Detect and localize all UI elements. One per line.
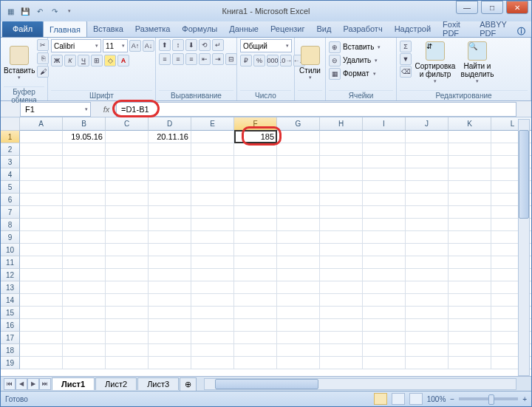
row-header-6[interactable]: 6 xyxy=(1,194,20,206)
cell-H16[interactable] xyxy=(320,319,363,332)
align-middle-icon[interactable]: ↕ xyxy=(172,39,184,51)
tab-review[interactable]: Рецензиг xyxy=(265,21,311,37)
cell-H4[interactable] xyxy=(320,168,363,181)
cell-J14[interactable] xyxy=(406,294,449,307)
cell-G15[interactable] xyxy=(277,307,320,319)
cell-E11[interactable] xyxy=(191,256,234,269)
col-header-K[interactable]: K xyxy=(449,117,491,131)
col-header-A[interactable]: A xyxy=(20,117,63,131)
cell-G5[interactable] xyxy=(277,181,320,194)
col-header-C[interactable]: C xyxy=(106,117,149,131)
cell-D19[interactable] xyxy=(149,357,191,369)
cell-H10[interactable] xyxy=(320,244,363,256)
cell-I14[interactable] xyxy=(363,294,406,307)
cell-A2[interactable] xyxy=(20,143,63,156)
cell-K9[interactable] xyxy=(449,231,491,244)
cell-D16[interactable] xyxy=(149,319,191,332)
cell-G3[interactable] xyxy=(277,156,320,168)
row-header-9[interactable]: 9 xyxy=(1,231,20,244)
cell-C11[interactable] xyxy=(106,256,149,269)
cell-B16[interactable] xyxy=(63,319,106,332)
cell-F18[interactable] xyxy=(234,344,277,357)
cell-C10[interactable] xyxy=(106,244,149,256)
cell-K16[interactable] xyxy=(449,319,491,332)
row-header-5[interactable]: 5 xyxy=(1,181,20,194)
styles-button[interactable]: Стили ▾ xyxy=(298,39,322,86)
cell-B18[interactable] xyxy=(63,344,106,357)
cell-E14[interactable] xyxy=(191,294,234,307)
cell-B1[interactable]: 19.05.16 xyxy=(63,131,106,143)
cell-B3[interactable] xyxy=(63,156,106,168)
cell-D7[interactable] xyxy=(149,206,191,219)
cell-B9[interactable] xyxy=(63,231,106,244)
cell-B15[interactable] xyxy=(63,307,106,319)
cell-D2[interactable] xyxy=(149,143,191,156)
cell-C18[interactable] xyxy=(106,344,149,357)
name-box[interactable]: F1▾ xyxy=(20,102,91,117)
cell-J3[interactable] xyxy=(406,156,449,168)
cell-E10[interactable] xyxy=(191,244,234,256)
indent-increase-icon[interactable]: ⇥ xyxy=(212,53,224,65)
cell-E19[interactable] xyxy=(191,357,234,369)
maximize-button[interactable]: □ xyxy=(481,1,503,14)
currency-icon[interactable]: ₽ xyxy=(240,55,252,66)
cell-K3[interactable] xyxy=(449,156,491,168)
cell-C19[interactable] xyxy=(106,357,149,369)
cell-F3[interactable] xyxy=(234,156,277,168)
cell-I8[interactable] xyxy=(363,219,406,231)
cell-G16[interactable] xyxy=(277,319,320,332)
cell-K4[interactable] xyxy=(449,168,491,181)
cell-J12[interactable] xyxy=(406,269,449,281)
grow-font-icon[interactable]: A↑ xyxy=(129,40,141,52)
cell-G1[interactable] xyxy=(277,131,320,143)
percent-icon[interactable]: % xyxy=(253,55,265,66)
cell-A7[interactable] xyxy=(20,206,63,219)
cell-E1[interactable] xyxy=(191,131,234,143)
cell-G13[interactable] xyxy=(277,281,320,294)
sheet-last-button[interactable]: ⏭ xyxy=(39,378,51,390)
indent-decrease-icon[interactable]: ⇤ xyxy=(199,53,211,65)
cell-K11[interactable] xyxy=(449,256,491,269)
cell-K12[interactable] xyxy=(449,269,491,281)
cell-I10[interactable] xyxy=(363,244,406,256)
cell-A12[interactable] xyxy=(20,269,63,281)
cell-H3[interactable] xyxy=(320,156,363,168)
cell-F16[interactable] xyxy=(234,319,277,332)
col-header-H[interactable]: H xyxy=(320,117,363,131)
cell-B14[interactable] xyxy=(63,294,106,307)
file-tab[interactable]: Файл xyxy=(2,21,43,37)
cell-D1[interactable]: 20.11.16 xyxy=(149,131,191,143)
cell-A18[interactable] xyxy=(20,344,63,357)
cell-C6[interactable] xyxy=(106,194,149,206)
cell-H12[interactable] xyxy=(320,269,363,281)
col-header-G[interactable]: G xyxy=(277,117,320,131)
cell-H2[interactable] xyxy=(320,143,363,156)
align-top-icon[interactable]: ⬆ xyxy=(159,39,171,51)
row-header-4[interactable]: 4 xyxy=(1,168,20,181)
cell-F9[interactable] xyxy=(234,231,277,244)
cell-K18[interactable] xyxy=(449,344,491,357)
cell-C7[interactable] xyxy=(106,206,149,219)
vertical-scrollbar[interactable] xyxy=(518,119,530,376)
cell-A9[interactable] xyxy=(20,231,63,244)
hscroll-thumb[interactable] xyxy=(215,379,318,389)
cell-H8[interactable] xyxy=(320,219,363,231)
tab-insert[interactable]: Вставка xyxy=(87,21,129,37)
cell-J13[interactable] xyxy=(406,281,449,294)
font-name-select[interactable]: Calibri▾ xyxy=(51,39,101,52)
cell-K1[interactable] xyxy=(449,131,491,143)
cell-J4[interactable] xyxy=(406,168,449,181)
cell-J16[interactable] xyxy=(406,319,449,332)
cell-K8[interactable] xyxy=(449,219,491,231)
cell-B13[interactable] xyxy=(63,281,106,294)
cell-I18[interactable] xyxy=(363,344,406,357)
cell-I19[interactable] xyxy=(363,357,406,369)
close-button[interactable]: ✕ xyxy=(506,1,528,14)
insert-cells-button[interactable]: ⊕Вставить▾ xyxy=(329,41,381,53)
tab-layout[interactable]: Разметка xyxy=(129,21,177,37)
cell-I11[interactable] xyxy=(363,256,406,269)
align-bottom-icon[interactable]: ⬇ xyxy=(185,39,197,51)
cell-D6[interactable] xyxy=(149,194,191,206)
cell-B10[interactable] xyxy=(63,244,106,256)
cell-F12[interactable] xyxy=(234,269,277,281)
